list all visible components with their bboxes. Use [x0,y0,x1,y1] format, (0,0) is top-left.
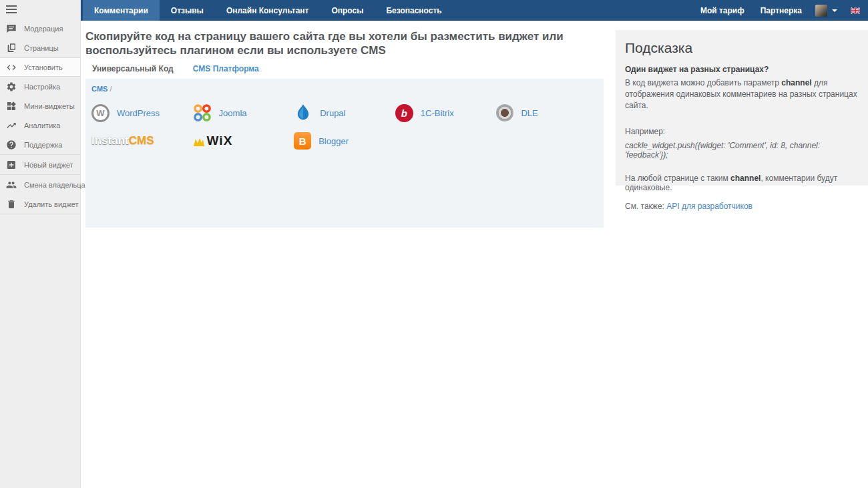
sidebar-item-support[interactable]: Поддержка [0,135,80,154]
wordpress-icon: W [91,104,110,122]
nav-tab-comments[interactable]: Комментарии [83,0,160,21]
platform-instantcms[interactable]: InstantCMS [91,128,193,154]
api-developers-link[interactable]: API для разработчиков [666,202,752,211]
pages-icon [6,43,17,53]
tab-universal-code[interactable]: Универсальный Код [85,61,180,80]
instantcms-logo: InstantCMS [91,134,154,148]
navbar-tabs: Комментарии Отзывы Онлайн Консультант Оп… [83,0,453,21]
navbar-right: Мой тариф Партнерка [692,0,868,21]
sidebar-divider [0,214,80,214]
help-icon [6,140,17,150]
nav-tab-reviews[interactable]: Отзывы [160,0,215,21]
partner-program-link[interactable]: Партнерка [752,6,810,15]
hint-see-also: См. также: API для разработчиков [625,202,859,211]
platform-grid-empty-cell [395,128,497,154]
platform-grid: W WordPress Joomla Drupal b 1C-Bitrix [91,100,598,154]
breadcrumb: CMS / [91,85,598,93]
hint-panel: Подсказка Один виджет на разных страница… [616,30,868,186]
sidebar-item-pages[interactable]: Страницы [0,38,80,57]
gear-icon [6,81,17,92]
sidebar: Модерация Страницы Установить Настройка … [0,0,81,488]
sidebar-item-settings[interactable]: Настройка [0,77,80,96]
hamburger-icon [6,5,17,13]
dle-icon [496,104,513,121]
hint-note: На любой странице с таким channel, комме… [625,174,859,192]
platform-1c-bitrix[interactable]: b 1C-Bitrix [395,100,497,126]
page-title: Скопируйте код на страницу вашего сайта … [85,29,614,57]
sidebar-item-change-owner[interactable]: Смена владельца [0,175,80,194]
platform-wix[interactable]: WiX [193,128,294,154]
hint-body: В код виджета можно добавить параметр ch… [625,77,859,111]
trash-icon [6,199,17,210]
platform-drupal[interactable]: Drupal [294,100,395,126]
platform-joomla[interactable]: Joomla [193,100,294,126]
platform-grid-empty-cell [496,128,598,154]
sidebar-item-install[interactable]: Установить [0,57,80,77]
1c-bitrix-icon: b [395,104,413,122]
hint-title: Подсказка [625,40,859,56]
user-avatar[interactable] [815,5,827,17]
trending-up-icon [6,120,17,131]
wix-bird-icon [193,138,205,147]
people-icon [6,180,17,190]
chat-icon [6,23,17,34]
nav-tab-security[interactable]: Безопасность [375,0,453,21]
drupal-icon [294,103,312,122]
sidebar-item-mini-widgets[interactable]: Мини-виджеты [0,96,80,115]
platform-dle[interactable]: DLE [496,100,598,126]
wix-logo: WiX [193,135,233,147]
my-tariff-link[interactable]: Мой тариф [692,6,752,15]
sidebar-item-delete-widget[interactable]: Удалить виджет [0,194,80,214]
hint-question: Один виджет на разных страницах? [625,65,859,74]
widgets-icon [6,101,17,111]
sidebar-item-analytics[interactable]: Аналитика [0,115,80,135]
uk-flag-icon[interactable] [851,7,860,14]
sidebar-item-moderation[interactable]: Модерация [0,19,80,38]
top-navbar: Комментарии Отзывы Онлайн Консультант Оп… [81,0,868,21]
hint-code-sample: cackle_widget.push({widget: 'Comment', i… [625,141,859,160]
tab-cms-platform[interactable]: CMS Платформа [186,61,266,80]
joomla-icon [193,103,212,122]
code-icon [6,62,17,73]
menu-toggle-button[interactable] [0,0,80,19]
breadcrumb-cms-link[interactable]: CMS [91,85,107,93]
platform-blogger[interactable]: B Blogger [294,128,395,154]
add-box-icon [6,160,17,170]
platform-wordpress[interactable]: W WordPress [91,100,193,126]
hint-example-label: Например: [625,127,859,136]
chevron-down-icon[interactable] [832,9,837,12]
nav-tab-online-consultant[interactable]: Онлайн Консультант [215,0,320,21]
nav-tab-polls[interactable]: Опросы [320,0,375,21]
sidebar-item-new-widget[interactable]: Новый виджет [0,155,80,174]
install-tabs: Универсальный Код CMS Платформа [85,61,272,80]
blogger-icon: B [294,132,311,150]
cms-platforms-panel: CMS / W WordPress Joomla Drupal b [85,79,604,228]
